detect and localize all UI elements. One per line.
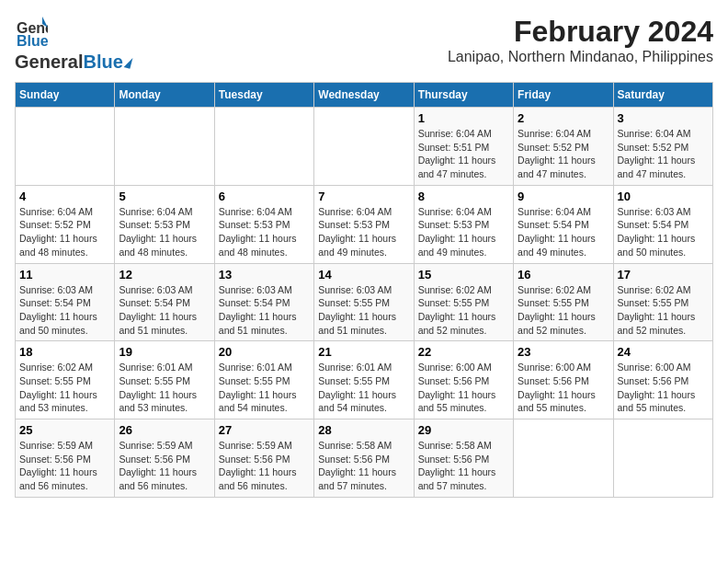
calendar-cell: 17Sunrise: 6:02 AM Sunset: 5:55 PM Dayli… xyxy=(613,263,712,341)
day-info: Sunrise: 6:01 AM Sunset: 5:55 PM Dayligh… xyxy=(219,361,310,415)
day-number: 20 xyxy=(219,345,310,359)
day-info: Sunrise: 5:59 AM Sunset: 5:56 PM Dayligh… xyxy=(219,439,310,493)
day-number: 13 xyxy=(219,268,310,282)
weekday-header: Wednesday xyxy=(314,83,414,108)
weekday-header: Thursday xyxy=(414,83,513,108)
calendar-cell: 16Sunrise: 6:02 AM Sunset: 5:55 PM Dayli… xyxy=(514,263,613,341)
calendar-cell: 13Sunrise: 6:03 AM Sunset: 5:54 PM Dayli… xyxy=(214,263,313,341)
day-number: 21 xyxy=(318,345,409,359)
day-info: Sunrise: 6:02 AM Sunset: 5:55 PM Dayligh… xyxy=(418,283,509,338)
day-info: Sunrise: 6:01 AM Sunset: 5:55 PM Dayligh… xyxy=(318,361,409,415)
calendar-cell: 8Sunrise: 6:04 AM Sunset: 5:53 PM Daylig… xyxy=(414,185,513,263)
calendar-cell: 22Sunrise: 6:00 AM Sunset: 5:56 PM Dayli… xyxy=(414,341,513,419)
calendar-cell: 14Sunrise: 6:03 AM Sunset: 5:55 PM Dayli… xyxy=(314,263,414,341)
calendar-cell: 18Sunrise: 6:02 AM Sunset: 5:55 PM Dayli… xyxy=(16,341,115,419)
calendar-week-row: 18Sunrise: 6:02 AM Sunset: 5:55 PM Dayli… xyxy=(16,341,713,419)
calendar-cell: 11Sunrise: 6:03 AM Sunset: 5:54 PM Dayli… xyxy=(16,263,115,341)
weekday-header: Saturday xyxy=(613,83,712,108)
logo-icon: General Blue xyxy=(15,15,48,48)
weekday-header: Friday xyxy=(514,83,613,108)
day-number: 15 xyxy=(418,268,509,282)
day-info: Sunrise: 6:04 AM Sunset: 5:52 PM Dayligh… xyxy=(618,127,709,181)
day-number: 3 xyxy=(618,111,709,125)
logo-triangle xyxy=(123,56,132,68)
calendar-cell: 5Sunrise: 6:04 AM Sunset: 5:53 PM Daylig… xyxy=(115,185,214,263)
calendar-cell xyxy=(314,108,414,186)
day-number: 17 xyxy=(618,268,709,282)
day-info: Sunrise: 6:03 AM Sunset: 5:54 PM Dayligh… xyxy=(119,283,210,338)
calendar-cell: 10Sunrise: 6:03 AM Sunset: 5:54 PM Dayli… xyxy=(613,185,712,263)
day-number: 25 xyxy=(19,423,110,437)
calendar-week-row: 4Sunrise: 6:04 AM Sunset: 5:52 PM Daylig… xyxy=(16,185,713,263)
day-number: 28 xyxy=(318,423,409,437)
title-area: February 2024 Lanipao, Northern Mindanao… xyxy=(448,15,713,65)
logo-general: General xyxy=(15,52,83,73)
page-subtitle: Lanipao, Northern Mindanao, Philippines xyxy=(448,49,713,65)
calendar-week-row: 1Sunrise: 6:04 AM Sunset: 5:51 PM Daylig… xyxy=(16,108,713,186)
calendar-cell xyxy=(214,108,313,186)
day-number: 7 xyxy=(318,190,409,203)
day-info: Sunrise: 6:03 AM Sunset: 5:54 PM Dayligh… xyxy=(219,283,310,338)
day-info: Sunrise: 6:00 AM Sunset: 5:56 PM Dayligh… xyxy=(418,361,509,415)
day-info: Sunrise: 6:03 AM Sunset: 5:55 PM Dayligh… xyxy=(318,283,409,338)
calendar-cell: 20Sunrise: 6:01 AM Sunset: 5:55 PM Dayli… xyxy=(214,341,313,419)
day-number: 6 xyxy=(219,190,310,203)
calendar-cell: 4Sunrise: 6:04 AM Sunset: 5:52 PM Daylig… xyxy=(16,185,115,263)
calendar-cell: 19Sunrise: 6:01 AM Sunset: 5:55 PM Dayli… xyxy=(115,341,214,419)
day-info: Sunrise: 5:59 AM Sunset: 5:56 PM Dayligh… xyxy=(119,439,210,493)
day-info: Sunrise: 6:04 AM Sunset: 5:53 PM Dayligh… xyxy=(418,205,509,259)
day-number: 22 xyxy=(418,345,509,359)
svg-text:Blue: Blue xyxy=(17,33,48,48)
weekday-header: Monday xyxy=(115,83,214,108)
day-number: 12 xyxy=(119,268,210,282)
calendar-cell: 24Sunrise: 6:00 AM Sunset: 5:56 PM Dayli… xyxy=(613,341,712,419)
day-number: 11 xyxy=(19,268,110,282)
calendar-cell: 28Sunrise: 5:58 AM Sunset: 5:56 PM Dayli… xyxy=(314,419,414,498)
calendar-cell: 2Sunrise: 6:04 AM Sunset: 5:52 PM Daylig… xyxy=(514,108,613,186)
logo-blue: Blue xyxy=(83,52,122,73)
calendar-body: 1Sunrise: 6:04 AM Sunset: 5:51 PM Daylig… xyxy=(16,108,713,498)
weekday-header: Tuesday xyxy=(214,83,313,108)
day-number: 10 xyxy=(618,190,709,203)
calendar-cell: 15Sunrise: 6:02 AM Sunset: 5:55 PM Dayli… xyxy=(414,263,513,341)
calendar-cell: 26Sunrise: 5:59 AM Sunset: 5:56 PM Dayli… xyxy=(115,419,214,498)
day-number: 9 xyxy=(518,190,609,203)
calendar-cell: 23Sunrise: 6:00 AM Sunset: 5:56 PM Dayli… xyxy=(514,341,613,419)
day-number: 8 xyxy=(418,190,509,203)
day-info: Sunrise: 6:04 AM Sunset: 5:52 PM Dayligh… xyxy=(518,127,609,181)
day-number: 26 xyxy=(119,423,210,437)
day-info: Sunrise: 6:04 AM Sunset: 5:51 PM Dayligh… xyxy=(418,127,509,181)
calendar-cell: 29Sunrise: 5:58 AM Sunset: 5:56 PM Dayli… xyxy=(414,419,513,498)
day-number: 5 xyxy=(119,190,210,203)
calendar-header-row: SundayMondayTuesdayWednesdayThursdayFrid… xyxy=(16,83,713,108)
calendar-cell: 9Sunrise: 6:04 AM Sunset: 5:54 PM Daylig… xyxy=(514,185,613,263)
day-number: 23 xyxy=(518,345,609,359)
calendar-cell: 3Sunrise: 6:04 AM Sunset: 5:52 PM Daylig… xyxy=(613,108,712,186)
logo: General Blue General Blue xyxy=(15,15,131,73)
weekday-header: Sunday xyxy=(16,83,115,108)
calendar-table: SundayMondayTuesdayWednesdayThursdayFrid… xyxy=(15,82,713,498)
calendar-week-row: 25Sunrise: 5:59 AM Sunset: 5:56 PM Dayli… xyxy=(16,419,713,498)
day-number: 29 xyxy=(418,423,509,437)
day-number: 27 xyxy=(219,423,310,437)
calendar-cell xyxy=(16,108,115,186)
calendar-cell: 7Sunrise: 6:04 AM Sunset: 5:53 PM Daylig… xyxy=(314,185,414,263)
calendar-cell: 6Sunrise: 6:04 AM Sunset: 5:53 PM Daylig… xyxy=(214,185,313,263)
calendar-cell: 25Sunrise: 5:59 AM Sunset: 5:56 PM Dayli… xyxy=(16,419,115,498)
day-info: Sunrise: 6:04 AM Sunset: 5:53 PM Dayligh… xyxy=(219,205,310,259)
page-title: February 2024 xyxy=(448,15,713,49)
calendar-cell: 27Sunrise: 5:59 AM Sunset: 5:56 PM Dayli… xyxy=(214,419,313,498)
day-info: Sunrise: 6:04 AM Sunset: 5:53 PM Dayligh… xyxy=(318,205,409,259)
calendar-cell: 1Sunrise: 6:04 AM Sunset: 5:51 PM Daylig… xyxy=(414,108,513,186)
day-info: Sunrise: 6:02 AM Sunset: 5:55 PM Dayligh… xyxy=(19,361,110,415)
day-info: Sunrise: 5:58 AM Sunset: 5:56 PM Dayligh… xyxy=(418,439,509,493)
calendar-cell xyxy=(115,108,214,186)
calendar-cell xyxy=(613,419,712,498)
day-info: Sunrise: 6:04 AM Sunset: 5:52 PM Dayligh… xyxy=(19,205,110,259)
day-info: Sunrise: 6:00 AM Sunset: 5:56 PM Dayligh… xyxy=(518,361,609,415)
day-info: Sunrise: 6:02 AM Sunset: 5:55 PM Dayligh… xyxy=(618,283,709,338)
day-info: Sunrise: 6:03 AM Sunset: 5:54 PM Dayligh… xyxy=(618,205,709,259)
day-number: 18 xyxy=(19,345,110,359)
day-info: Sunrise: 6:01 AM Sunset: 5:55 PM Dayligh… xyxy=(119,361,210,415)
day-number: 2 xyxy=(518,111,609,125)
